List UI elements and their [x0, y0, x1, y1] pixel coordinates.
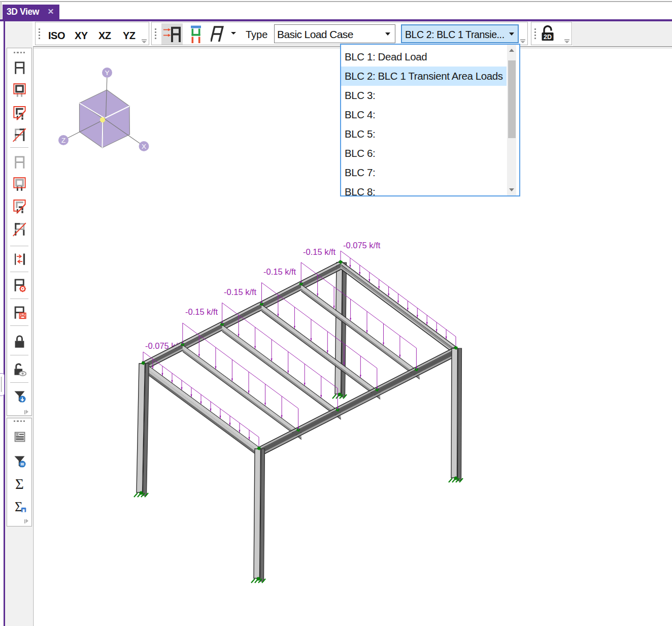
svg-text:-0.15 k/ft: -0.15 k/ft [263, 267, 296, 276]
svg-text:Y: Y [105, 69, 109, 77]
svg-text:-0.075 k/ft: -0.075 k/ft [343, 241, 381, 250]
svg-text:Z: Z [61, 137, 65, 144]
svg-text:X: X [142, 143, 146, 150]
svg-text:-0.15 k/ft: -0.15 k/ft [185, 307, 218, 316]
svg-text:-0.15 k/ft: -0.15 k/ft [303, 247, 336, 256]
svg-text:-0.15 k/ft: -0.15 k/ft [224, 287, 257, 296]
